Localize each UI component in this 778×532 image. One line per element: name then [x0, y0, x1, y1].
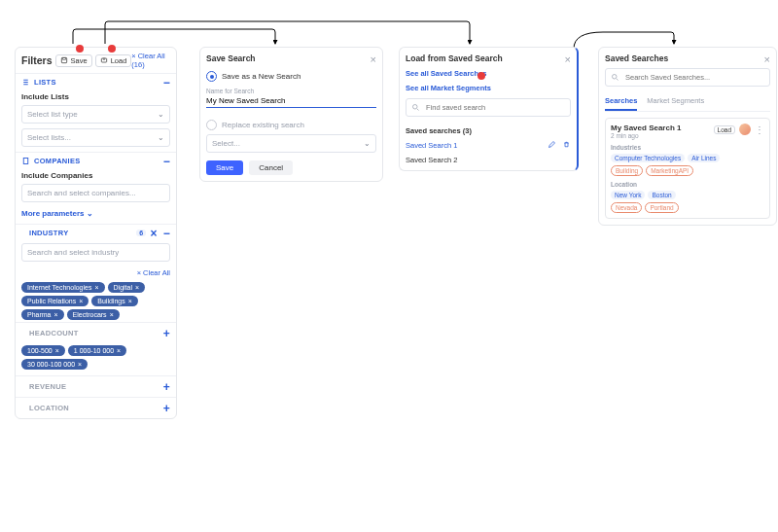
load-panel: × Load from Saved Search See all Saved S… [399, 47, 579, 171]
marker-dot [108, 45, 116, 53]
tab-market-segments[interactable]: Market Segments [647, 92, 704, 111]
revenue-section-header[interactable]: REVENUE + [16, 375, 176, 397]
chip: Boston [648, 191, 675, 199]
chip: New York [611, 191, 645, 199]
chip: Nevada [611, 202, 642, 213]
filter-tag[interactable]: Pharma× [21, 309, 64, 320]
search-icon [411, 103, 420, 112]
filter-tag[interactable]: Electrocars× [67, 309, 120, 320]
close-icon[interactable]: × [565, 53, 571, 65]
marker-dot [76, 45, 84, 53]
filters-load-button[interactable]: Load [95, 54, 132, 67]
industry-section-header[interactable]: INDUSTRY 6 × − [16, 225, 176, 241]
expand-icon[interactable]: + [163, 405, 170, 412]
see-all-searches-link[interactable]: See all Saved Searches [406, 69, 571, 78]
industry-tags: Internet Technologies×Digital×Public Rel… [16, 280, 176, 322]
industry-search[interactable]: Search and select industry [21, 243, 170, 262]
find-saved-search-input[interactable] [406, 98, 571, 117]
chevron-down-icon: ⌄ [158, 110, 164, 119]
svg-point-4 [413, 105, 418, 110]
chip: Portland [645, 202, 678, 213]
save-icon [60, 56, 68, 64]
building-icon [21, 157, 30, 165]
remove-tag-icon[interactable]: × [128, 298, 132, 304]
replace-select[interactable]: Select...⌄ [206, 134, 376, 153]
chevron-down-icon: ⌄ [87, 209, 93, 218]
filter-tag[interactable]: Internet Technologies× [21, 282, 105, 293]
collapse-icon[interactable]: − [163, 158, 170, 165]
card-load-button[interactable]: Load [714, 125, 735, 134]
filter-tag[interactable]: 30 000-100 000× [21, 359, 88, 370]
location-section-header[interactable]: LOCATION + [16, 397, 176, 418]
remove-icon[interactable]: × [150, 230, 157, 237]
filters-save-label: Save [71, 56, 88, 65]
collapse-icon[interactable]: − [163, 79, 170, 87]
companies-search[interactable]: Search and select companies... [21, 184, 170, 202]
remove-tag-icon[interactable]: × [110, 311, 114, 318]
saved-search-row: Saved Search 1 [406, 140, 571, 151]
companies-section-header[interactable]: COMPANIES − [16, 153, 176, 169]
filter-tag[interactable]: Public Relations× [21, 296, 88, 306]
avatar [739, 124, 751, 135]
saved-search-link[interactable]: Saved Search 1 [406, 141, 457, 150]
svg-rect-0 [61, 57, 66, 62]
card-title: My Saved Search 1 [611, 124, 681, 132]
tab-searches[interactable]: Searches [605, 92, 637, 111]
svg-point-5 [613, 75, 618, 80]
collapse-icon[interactable]: − [163, 230, 170, 237]
close-icon[interactable]: × [764, 53, 770, 65]
load-icon [100, 56, 108, 64]
save-button[interactable]: Save [206, 160, 243, 175]
headcount-tags: 100-500×1 000-10 000×30 000-100 000× [16, 343, 176, 375]
replace-existing-radio[interactable]: Replace existing search [206, 120, 376, 130]
load-title: Load from Saved Search [406, 53, 571, 63]
headcount-section-header[interactable]: HEADCOUNT + [16, 322, 176, 343]
expand-icon[interactable]: + [163, 330, 170, 337]
see-all-segments-link[interactable]: See all Market Segments [406, 84, 571, 92]
close-icon[interactable]: × [371, 53, 376, 65]
remove-tag-icon[interactable]: × [78, 361, 82, 368]
filters-save-button[interactable]: Save [55, 54, 92, 67]
svg-rect-3 [23, 159, 28, 164]
filters-clear-all[interactable]: ×Clear All (16) [131, 52, 170, 69]
cancel-button[interactable]: Cancel [249, 160, 293, 175]
industry-clear-all[interactable]: ×Clear All [137, 268, 170, 277]
list-type-select[interactable]: Select list type⌄ [21, 105, 170, 124]
lists-select[interactable]: Select lists...⌄ [21, 128, 170, 147]
chip: Computer Technologies [611, 154, 685, 162]
filter-tag[interactable]: Digital× [108, 282, 146, 293]
filter-tag[interactable]: 100-500× [21, 345, 65, 356]
search-name-input[interactable] [206, 94, 376, 108]
chevron-down-icon: ⌄ [364, 139, 371, 148]
card-subtitle: 2 min ago [611, 132, 681, 139]
group-label: Industries [611, 144, 764, 151]
save-search-title: Save Search [206, 53, 376, 63]
filter-tag[interactable]: 1 000-10 000× [68, 345, 126, 356]
filter-tag[interactable]: Buildings× [91, 296, 138, 306]
delete-icon[interactable] [562, 140, 571, 149]
remove-tag-icon[interactable]: × [79, 298, 83, 304]
chip: Building [611, 165, 643, 176]
remove-tag-icon[interactable]: × [94, 284, 98, 291]
remove-tag-icon[interactable]: × [135, 284, 139, 291]
filters-title: Filters [21, 54, 53, 66]
industry-count: 6 [136, 230, 146, 236]
more-parameters-link[interactable]: More parameters ⌄ [16, 207, 176, 224]
saved-searches-panel: × Saved Searches Searches Market Segment… [598, 47, 777, 226]
saved-search-row: Saved Search 2 [406, 156, 571, 164]
saved-search-link[interactable]: Saved Search 2 [406, 156, 457, 164]
saved-searches-count: Saved searches (3) [406, 126, 571, 135]
remove-tag-icon[interactable]: × [55, 347, 59, 354]
remove-tag-icon[interactable]: × [117, 347, 121, 354]
save-search-panel: × Save Search Save as a New Search Name … [199, 47, 383, 182]
search-icon [611, 73, 619, 82]
remove-tag-icon[interactable]: × [54, 311, 58, 318]
expand-icon[interactable]: + [163, 383, 170, 391]
lists-section-header[interactable]: LISTS − [16, 74, 176, 90]
saved-searches-search-input[interactable] [605, 68, 770, 87]
more-menu-icon[interactable]: ⋮ [755, 124, 764, 135]
edit-icon[interactable] [548, 140, 556, 149]
filters-load-label: Load [111, 56, 127, 65]
filters-panel: Filters Save Load ×Clear All (16) LISTS … [15, 47, 177, 419]
save-as-new-radio[interactable]: Save as a New Search [206, 71, 376, 82]
